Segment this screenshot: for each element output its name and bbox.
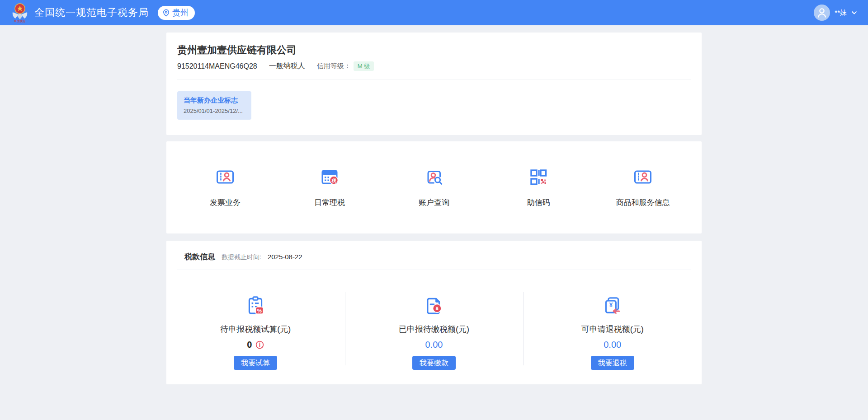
menu-label: 助信码 bbox=[527, 197, 550, 208]
pay-tax-button[interactable]: 我要缴款 bbox=[412, 356, 456, 370]
divider bbox=[177, 79, 691, 79]
menu-item-daily-tax[interactable]: 税 日常理税 bbox=[298, 167, 361, 208]
stat-declared-unpaid: ¥ 已申报待缴税额(元) 0.00 我要缴款 bbox=[345, 270, 524, 374]
company-card: 贵州壹加壹供应链有限公司 91520114MAENG46Q28 一般纳税人 信用… bbox=[166, 33, 702, 135]
receipt-yen-icon: ¥ bbox=[424, 295, 444, 316]
stat-value: 0.00 bbox=[604, 340, 621, 350]
menu-item-assist-code[interactable]: 助信码 bbox=[507, 167, 570, 208]
location-label: 贵州 bbox=[172, 7, 189, 18]
location-pin-icon bbox=[162, 9, 170, 17]
svg-text:¥: ¥ bbox=[436, 306, 439, 311]
menu-label: 日常理税 bbox=[314, 197, 345, 208]
account-search-icon bbox=[424, 167, 444, 187]
svg-text:%: % bbox=[257, 308, 262, 313]
app-title: 全国统一规范电子税务局 bbox=[34, 6, 149, 19]
data-cutoff-date: 2025-08-22 bbox=[268, 253, 302, 261]
user-menu[interactable]: **妹 bbox=[814, 5, 857, 21]
credit-rating-label: 信用等级： bbox=[317, 62, 351, 70]
info-icon[interactable] bbox=[255, 341, 264, 349]
menu-item-goods-services[interactable]: 商品和服务信息 bbox=[611, 167, 675, 208]
quick-menu-card: 发票业务 税 日常理税 bbox=[166, 141, 702, 233]
china-tax-emblem-logo: 中国税务 bbox=[11, 3, 29, 23]
clipboard-percent-icon: % bbox=[245, 295, 266, 316]
tax-info-card: 税款信息 数据截止时间: 2025-08-22 % 待申报税额试算(元) bbox=[166, 241, 702, 384]
taxpayer-type: 一般纳税人 bbox=[269, 61, 305, 71]
invoice-ticket-icon bbox=[215, 167, 235, 187]
refund-tax-button[interactable]: 我要退税 bbox=[591, 356, 634, 370]
stat-pending-declaration: % 待申报税额试算(元) 0 我要试算 bbox=[166, 270, 345, 374]
user-icon bbox=[814, 5, 830, 21]
username: **妹 bbox=[835, 9, 847, 17]
taxpayer-id: 91520114MAENG46Q28 bbox=[177, 62, 257, 70]
new-enterprise-tag[interactable]: 当年新办企业标志 2025/01/01-2025/12/... bbox=[177, 91, 251, 120]
stat-label: 已申报待缴税额(元) bbox=[399, 324, 469, 335]
stat-label: 可申请退税额(元) bbox=[581, 324, 644, 335]
refund-yen-icon: ¥ bbox=[602, 295, 623, 316]
menu-label: 发票业务 bbox=[210, 197, 241, 208]
stat-label: 待申报税额试算(元) bbox=[220, 324, 291, 335]
stat-value: 0 bbox=[247, 340, 252, 350]
stat-value: 0.00 bbox=[425, 340, 443, 350]
menu-item-account-query[interactable]: 账户查询 bbox=[402, 167, 466, 208]
tax-info-title: 税款信息 bbox=[184, 252, 215, 262]
location-badge[interactable]: 贵州 bbox=[158, 6, 195, 20]
tag-title: 当年新办企业标志 bbox=[184, 96, 245, 104]
tax-calendar-icon: 税 bbox=[320, 167, 340, 187]
company-name: 贵州壹加壹供应链有限公司 bbox=[177, 43, 691, 57]
logo-caption: 中国税务 bbox=[14, 19, 26, 23]
chevron-down-icon bbox=[851, 11, 857, 15]
tag-period: 2025/01/01-2025/12/... bbox=[184, 107, 245, 114]
menu-label: 商品和服务信息 bbox=[616, 197, 670, 208]
stat-refundable: ¥ 可申请退税额(元) 0.00 我要退税 bbox=[523, 270, 702, 374]
svg-text:¥: ¥ bbox=[609, 301, 613, 308]
menu-label: 账户查询 bbox=[419, 197, 449, 208]
menu-item-invoice[interactable]: 发票业务 bbox=[193, 167, 257, 208]
app-header: 中国税务 全国统一规范电子税务局 贵州 **妹 bbox=[0, 0, 868, 25]
trial-calculation-button[interactable]: 我要试算 bbox=[234, 356, 277, 370]
main-content: 贵州壹加壹供应链有限公司 91520114MAENG46Q28 一般纳税人 信用… bbox=[166, 33, 702, 384]
goods-services-ticket-icon bbox=[633, 167, 653, 187]
data-cutoff-label: 数据截止时间: bbox=[222, 253, 261, 261]
user-avatar bbox=[814, 5, 830, 21]
qr-code-icon bbox=[528, 167, 548, 187]
credit-rating-badge: M 级 bbox=[354, 61, 374, 71]
svg-text:税: 税 bbox=[331, 178, 337, 183]
